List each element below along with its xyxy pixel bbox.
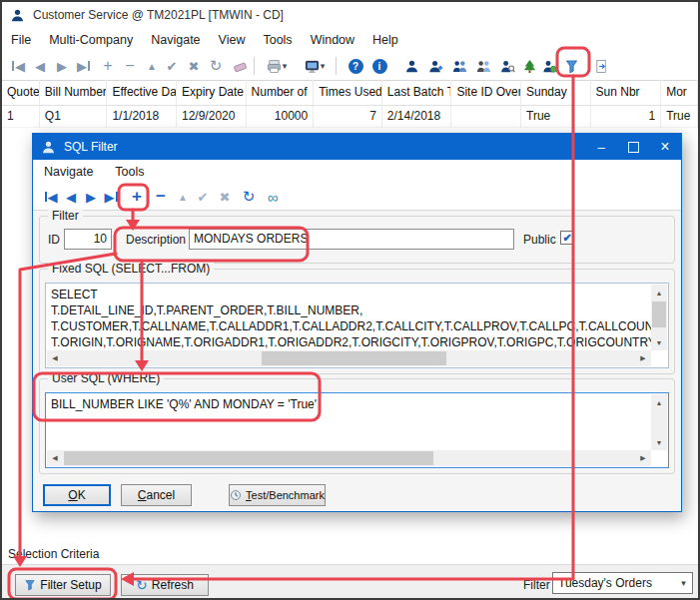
dialog-menu-tools[interactable]: Tools xyxy=(104,165,155,179)
grid-cell[interactable]: 7 xyxy=(314,106,382,128)
refresh-grid-button[interactable]: ↻ Refresh xyxy=(121,574,209,596)
nav-next-button[interactable]: ▶ xyxy=(81,186,101,208)
column-header-sun-nbr[interactable]: Sun Nbr xyxy=(591,80,662,106)
nav-prev-button[interactable]: ◀ xyxy=(61,186,81,208)
menu-item-navigate[interactable]: Navigate xyxy=(142,33,209,47)
add-customer-button[interactable] xyxy=(425,55,445,77)
vertical-scrollbar[interactable]: ▲ ▼ xyxy=(651,394,667,450)
maximize-button[interactable] xyxy=(617,134,649,160)
cancel-edit-button[interactable]: ✖ xyxy=(184,55,204,77)
refresh-button[interactable]: ↻ xyxy=(239,186,259,208)
filter-button[interactable] xyxy=(561,55,581,77)
refresh-button[interactable]: ↻ xyxy=(206,55,226,77)
fixed-sql-textarea[interactable]: SELECT T.DETAIL_LINE_ID,T.PARENT_ORDER,T… xyxy=(45,283,669,368)
minimize-button[interactable]: – xyxy=(585,134,617,160)
column-header-expiry-date[interactable]: Expiry Date xyxy=(177,80,247,106)
horizontal-scrollbar[interactable]: ◀ ▶ xyxy=(47,350,651,366)
grid-row[interactable]: 1 Q1 1/1/2018 12/9/2020 10000 7 2/14/201… xyxy=(2,106,698,128)
tree-view-button[interactable] xyxy=(519,55,539,77)
find-customer-button[interactable] xyxy=(497,55,517,77)
cancel-edit-button[interactable]: ✖ xyxy=(215,186,235,208)
grid-cell[interactable]: 12/9/2020 xyxy=(177,106,247,128)
about-button[interactable]: i xyxy=(369,55,389,77)
scroll-down-icon[interactable]: ▼ xyxy=(651,334,667,350)
column-header-bill-number[interactable]: Bill Number xyxy=(40,80,108,106)
grid-cell[interactable]: True xyxy=(521,106,591,128)
web-user-button[interactable] xyxy=(539,55,559,77)
menu-item-file[interactable]: File xyxy=(2,33,40,47)
customer-button[interactable] xyxy=(401,55,421,77)
screen-button[interactable]: ▾ xyxy=(300,55,330,77)
delete-record-button[interactable]: − xyxy=(120,55,140,77)
grid-cell[interactable] xyxy=(451,106,521,128)
column-header-site-id[interactable]: Site ID Over xyxy=(451,80,521,106)
move-up-button[interactable]: ▲ xyxy=(173,186,193,208)
ok-button[interactable]: OK xyxy=(43,484,111,506)
column-header-monday[interactable]: Mor xyxy=(661,80,698,106)
description-field[interactable]: MONDAYS ORDERS xyxy=(189,229,514,250)
post-button[interactable]: ✔ xyxy=(193,186,213,208)
grid-cell[interactable]: 1/1/2018 xyxy=(107,106,177,128)
grid-cell[interactable]: Q1 xyxy=(40,106,108,128)
scroll-right-icon[interactable]: ▶ xyxy=(635,450,651,466)
menu-item-tools[interactable]: Tools xyxy=(254,33,301,47)
dialog-menu-navigate[interactable]: Navigate xyxy=(33,165,104,179)
contacts-button[interactable] xyxy=(449,55,469,77)
grid-cell[interactable]: 1 xyxy=(591,106,662,128)
menu-item-multi-company[interactable]: Multi-Company xyxy=(40,33,142,47)
filter-setup-button[interactable]: Filter Setup xyxy=(15,574,111,596)
link-button[interactable]: ∞ xyxy=(263,186,283,208)
public-checkbox[interactable]: ✔ xyxy=(560,231,574,245)
scroll-left-icon[interactable]: ◀ xyxy=(47,350,63,366)
move-up-button[interactable]: ▲ xyxy=(142,55,162,77)
scroll-left-icon[interactable]: ◀ xyxy=(47,450,63,466)
horizontal-scrollbar[interactable]: ◀ ▶ xyxy=(47,450,651,466)
user-sql-textarea[interactable]: BILL_NUMBER LIKE 'Q%' AND MONDAY = 'True… xyxy=(45,392,669,468)
vertical-scrollbar[interactable]: ▲ ▼ xyxy=(651,285,667,350)
filter-dropdown[interactable]: Tuesday's Orders ▾ xyxy=(552,572,693,594)
menu-item-help[interactable]: Help xyxy=(363,33,407,47)
scroll-up-icon[interactable]: ▲ xyxy=(651,394,667,410)
grid-cell[interactable]: 10000 xyxy=(247,106,315,128)
menu-item-view[interactable]: View xyxy=(210,33,255,47)
add-filter-button[interactable]: + xyxy=(127,186,147,208)
scroll-right-icon[interactable]: ▶ xyxy=(635,350,651,366)
column-header-effective-date[interactable]: Effective Da xyxy=(107,80,177,106)
cancel-button[interactable]: Cancel xyxy=(121,484,192,506)
column-header-number-of[interactable]: Number of xyxy=(247,80,315,106)
nav-first-button[interactable]: ◀ xyxy=(41,186,61,208)
menu-item-window[interactable]: Window xyxy=(302,33,363,47)
close-button[interactable]: × xyxy=(649,134,681,160)
nav-next-button[interactable]: ▶ xyxy=(52,55,72,77)
post-button[interactable]: ✔ xyxy=(162,55,182,77)
nav-first-button[interactable]: ◀ xyxy=(8,55,28,77)
print-button[interactable]: ▾ xyxy=(262,55,292,77)
refresh-icon: ↻ xyxy=(243,188,256,206)
scrollbar-thumb[interactable] xyxy=(64,451,433,465)
clear-button[interactable] xyxy=(230,55,250,77)
grid-cell[interactable]: 1 xyxy=(2,106,40,128)
column-header-last-batch[interactable]: Last Batch T xyxy=(382,80,452,106)
scroll-up-icon[interactable]: ▲ xyxy=(651,285,667,300)
test-benchmark-button[interactable]: Test/Benchmark xyxy=(229,484,326,506)
scrollbar-thumb[interactable] xyxy=(652,301,666,327)
nav-last-button[interactable]: ▶ xyxy=(101,186,121,208)
delete-filter-button[interactable]: − xyxy=(151,186,171,208)
export-button[interactable] xyxy=(591,55,611,77)
nav-prev-button[interactable]: ◀ xyxy=(30,55,50,77)
add-record-button[interactable]: + xyxy=(98,55,118,77)
column-header-quote-num[interactable]: Quote Num xyxy=(2,80,40,106)
web-help-button[interactable]: ? xyxy=(346,55,365,77)
sql-line: T.CUSTOMER,T.CALLNAME,T.CALLADDR1,T.CALL… xyxy=(51,318,647,334)
caret-down-icon: ▾ xyxy=(283,61,288,71)
dialog-title-bar[interactable]: SQL Filter – × xyxy=(33,134,681,160)
column-header-sunday[interactable]: Sunday xyxy=(521,80,591,106)
nav-last-button[interactable]: ▶ xyxy=(74,55,94,77)
grid-cell[interactable]: True xyxy=(661,106,698,128)
scroll-down-icon[interactable]: ▼ xyxy=(651,434,667,450)
grid-cell[interactable]: 2/14/2018 xyxy=(382,106,452,128)
scrollbar-thumb[interactable] xyxy=(262,351,446,365)
users-button[interactable] xyxy=(473,55,493,77)
id-field[interactable]: 10 xyxy=(64,229,112,250)
column-header-times-used[interactable]: Times Used xyxy=(314,80,382,106)
